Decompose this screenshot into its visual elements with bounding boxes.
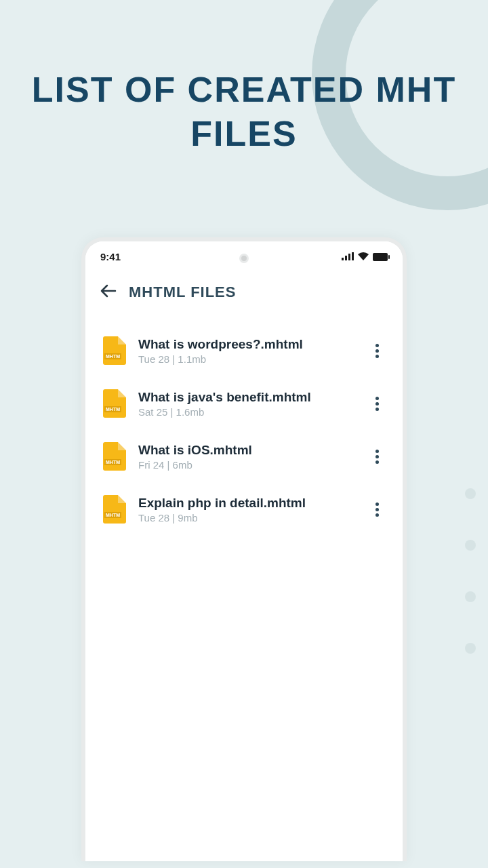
- svg-rect-1: [345, 256, 347, 260]
- file-name: What is wordprees?.mhtml: [138, 337, 357, 352]
- status-icons: [342, 251, 388, 262]
- file-item[interactable]: MHTM What is wordprees?.mhtml Tue 28 | 1…: [99, 324, 389, 377]
- svg-rect-2: [348, 254, 350, 260]
- file-item[interactable]: MHTM What is iOS.mhtml Fri 24 | 6mb: [99, 430, 389, 483]
- phone-screen: 9:41 MHTML FILES MHTM: [85, 241, 403, 861]
- file-name: What is iOS.mhtml: [138, 443, 357, 458]
- file-name: What is java's benefit.mhtml: [138, 390, 357, 405]
- svg-rect-0: [342, 258, 344, 260]
- app-header: MHTML FILES: [85, 268, 403, 312]
- status-time: 9:41: [100, 251, 121, 262]
- file-meta: Sat 25 | 1.6mb: [138, 406, 357, 418]
- promo-title: LIST OF CREATED MHT FILES: [0, 68, 488, 156]
- file-list: MHTM What is wordprees?.mhtml Tue 28 | 1…: [85, 312, 403, 548]
- wifi-icon: [358, 251, 369, 262]
- file-icon: MHTM: [103, 336, 126, 365]
- file-item[interactable]: MHTM Explain php in detail.mhtml Tue 28 …: [99, 483, 389, 536]
- file-menu-button[interactable]: [369, 342, 385, 359]
- battery-icon: [373, 253, 388, 261]
- file-text: Explain php in detail.mhtml Tue 28 | 9mb: [138, 496, 357, 524]
- file-text: What is iOS.mhtml Fri 24 | 6mb: [138, 443, 357, 471]
- signal-icon: [342, 251, 354, 262]
- svg-rect-3: [352, 252, 354, 260]
- file-text: What is java's benefit.mhtml Sat 25 | 1.…: [138, 390, 357, 418]
- file-menu-button[interactable]: [369, 501, 385, 517]
- file-text: What is wordprees?.mhtml Tue 28 | 1.1mb: [138, 337, 357, 365]
- phone-notch: [239, 254, 249, 263]
- file-menu-button[interactable]: [369, 395, 385, 412]
- back-button[interactable]: [100, 281, 117, 302]
- file-icon: MHTM: [103, 389, 126, 418]
- header-title: MHTML FILES: [129, 283, 236, 301]
- file-meta: Tue 28 | 9mb: [138, 512, 357, 524]
- file-icon: MHTM: [103, 495, 126, 524]
- file-item[interactable]: MHTM What is java's benefit.mhtml Sat 25…: [99, 377, 389, 430]
- file-name: Explain php in detail.mhtml: [138, 496, 357, 511]
- file-meta: Fri 24 | 6mb: [138, 459, 357, 471]
- background-dots: [465, 488, 476, 694]
- file-icon: MHTM: [103, 442, 126, 471]
- file-menu-button[interactable]: [369, 448, 385, 465]
- file-meta: Tue 28 | 1.1mb: [138, 353, 357, 365]
- phone-frame: 9:41 MHTML FILES MHTM: [81, 237, 407, 861]
